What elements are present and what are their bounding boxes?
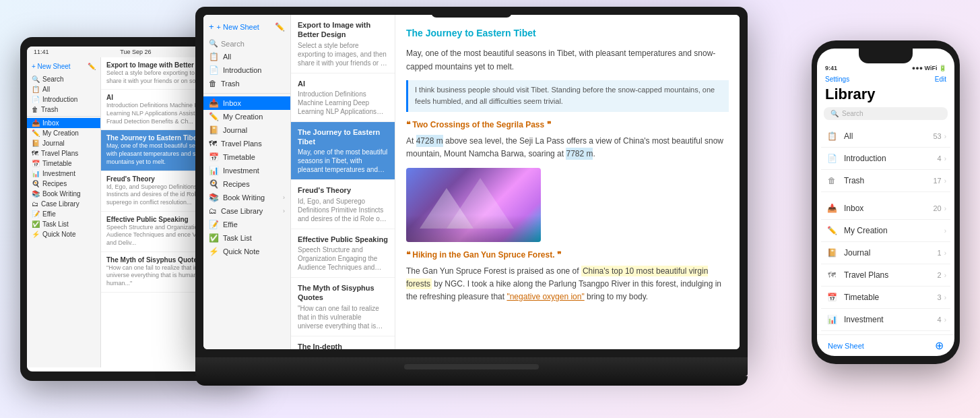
note-item-ai[interactable]: AI Introduction Definitions Machine Lear… bbox=[291, 73, 395, 122]
sidebar-item-book-writing[interactable]: 📚 Book Writing › bbox=[203, 191, 290, 204]
tablet-sidebar-all[interactable]: 📋 All bbox=[27, 84, 100, 94]
phone-list-item-inbox[interactable]: 📥 Inbox 20 › bbox=[821, 198, 950, 220]
phone-list-item-my-creation[interactable]: ✏️ My Creation › bbox=[821, 220, 950, 242]
my-creation-label: My Creation bbox=[42, 129, 79, 137]
note-item-tibet[interactable]: The Journey to Eastern Tibet May, one of… bbox=[291, 122, 395, 181]
laptop-hinge bbox=[404, 364, 539, 369]
all-label: All bbox=[844, 131, 853, 141]
tablet-sidebar-inbox[interactable]: 📥 Inbox bbox=[27, 118, 100, 128]
investment-label: Investment bbox=[42, 170, 75, 177]
chevron-icon: › bbox=[944, 177, 946, 185]
editor-section2-para: At 4728 m above sea level, the Seji La P… bbox=[406, 135, 729, 160]
phone-list-item-travel-plans[interactable]: 🗺 Travel Plans 2 › bbox=[821, 264, 950, 287]
trash-count: 17 bbox=[933, 177, 941, 185]
chevron-icon: › bbox=[944, 155, 946, 162]
phone-item-left: 📥 Inbox bbox=[825, 202, 863, 215]
laptop-search-item[interactable]: 🔍 Search bbox=[203, 37, 290, 50]
investment-icon: 📊 bbox=[209, 166, 219, 175]
travel-plans-icon: 🗺 bbox=[32, 150, 38, 157]
phone-item-left: 📋 All bbox=[825, 129, 853, 143]
note-preview: Select a style before exporting to image… bbox=[298, 41, 388, 67]
chevron-right-icon2: › bbox=[283, 208, 285, 214]
phone-edit-button[interactable]: Edit bbox=[935, 76, 946, 83]
editor-title: The Journey to Eastern Tibet bbox=[406, 26, 729, 40]
tablet-sidebar-divider bbox=[27, 116, 100, 117]
sidebar-item-task-list[interactable]: ✅ Task List bbox=[203, 231, 290, 245]
sidebar-item-travel-plans[interactable]: 🗺 Travel Plans bbox=[203, 137, 290, 150]
tablet-sidebar-timetable[interactable]: 📅 Timetable bbox=[27, 158, 100, 169]
task-list-label: Task List bbox=[223, 234, 252, 242]
sidebar-item-investment[interactable]: 📊 Investment bbox=[203, 164, 290, 177]
phone-new-sheet-icon[interactable]: ⊕ bbox=[935, 339, 944, 352]
note-item-sisyphus[interactable]: The Myth of Sisyphus Quotes "How can one… bbox=[291, 278, 395, 336]
tablet-sidebar: + New Sheet ✏️ 🔍 Search 📋 All 📄 Introduc… bbox=[27, 57, 101, 367]
note-item-speaking[interactable]: Effective Public Speaking Speech Structu… bbox=[291, 229, 395, 278]
phone-search-bar[interactable]: 🔍 Search bbox=[824, 107, 948, 120]
phone-list-item-trash[interactable]: 🗑 Trash 17 › bbox=[821, 170, 950, 192]
laptop-base bbox=[195, 357, 748, 376]
sidebar-item-timetable[interactable]: 📅 Timetable bbox=[203, 150, 290, 164]
tablet-sidebar-search[interactable]: 🔍 Search bbox=[27, 74, 100, 84]
tablet-sidebar-trash[interactable]: 🗑 Trash bbox=[27, 104, 100, 115]
my-creation-icon: ✏️ bbox=[32, 129, 40, 137]
tablet-sidebar-journal[interactable]: 📔 Journal bbox=[27, 138, 100, 148]
note-title: Freud's Theory bbox=[298, 185, 388, 195]
note-item-freud[interactable]: Freud's Theory Id, Ego, and Superego Def… bbox=[291, 180, 395, 229]
tablet-sidebar-task-list[interactable]: ✅ Task List bbox=[27, 219, 100, 229]
sidebar-item-quick-note[interactable]: ⚡ Quick Note bbox=[203, 245, 290, 258]
tablet-sidebar-introduction[interactable]: 📄 Introduction bbox=[27, 94, 100, 104]
phone-item-left: 📊 Investment bbox=[825, 313, 884, 326]
inbox-icon: 📥 bbox=[32, 119, 40, 127]
phone-list-item-journal[interactable]: 📔 Journal 1 › bbox=[821, 242, 950, 264]
note-item-emerging[interactable]: The In-depth Retrospective of Emerging C… bbox=[291, 336, 395, 349]
tablet-compose-icon[interactable]: ✏️ bbox=[88, 63, 96, 70]
tablet-sidebar-travel-plans[interactable]: 🗺 Travel Plans bbox=[27, 148, 100, 158]
tablet-sidebar-case-library[interactable]: 🗂 Case Library bbox=[27, 199, 100, 209]
phone-item-right: 4 › bbox=[938, 316, 946, 324]
note-preview: Id, Ego, and Superego Definitions Primit… bbox=[298, 197, 388, 223]
chevron-icon: › bbox=[944, 249, 946, 257]
tablet-new-sheet-button[interactable]: + New Sheet bbox=[32, 63, 71, 70]
tablet-sidebar-quick-note[interactable]: ⚡ Quick Note bbox=[27, 229, 100, 239]
note-preview: May, one of the most beautiful seasons i… bbox=[298, 148, 388, 174]
my-creation-label: My Creation bbox=[223, 113, 263, 121]
tablet-sidebar-investment[interactable]: 📊 Investment bbox=[27, 169, 100, 179]
phone-body: 9:41 ●●● WiFi 🔋 Settings Edit Library 🔍 … bbox=[812, 40, 960, 364]
tablet-sidebar-effie[interactable]: 📝 Effie bbox=[27, 209, 100, 219]
sidebar-item-introduction[interactable]: 📄 Introduction bbox=[203, 63, 290, 77]
sidebar-item-case-library[interactable]: 🗂 Case Library › bbox=[203, 204, 290, 218]
laptop-device: + + New Sheet ✏️ 🔍 Search 📋 All � bbox=[195, 7, 748, 398]
tablet-sidebar-recipes[interactable]: 🍳 Recipes bbox=[27, 179, 100, 189]
phone-list-item-all[interactable]: 📋 All 53 › bbox=[821, 125, 950, 148]
recipes-icon: 🍳 bbox=[32, 180, 40, 187]
phone-back-button[interactable]: Settings bbox=[825, 76, 849, 83]
phone-item-left: 📄 Introduction bbox=[825, 152, 886, 165]
introduction-icon: 📄 bbox=[32, 96, 40, 103]
phone-item-left: ✏️ My Creation bbox=[825, 224, 888, 237]
note-item-export[interactable]: Export to Image with Better Design Selec… bbox=[291, 15, 395, 73]
journal-icon: 📔 bbox=[209, 125, 219, 135]
note-title: The Myth of Sisyphus Quotes bbox=[298, 283, 388, 303]
tablet-sidebar-my-creation[interactable]: ✏️ My Creation bbox=[27, 128, 100, 138]
all-icon: 📋 bbox=[209, 52, 219, 61]
sidebar-item-effie[interactable]: 📝 Effie bbox=[203, 218, 290, 231]
sidebar-item-trash[interactable]: 🗑 Trash bbox=[203, 77, 290, 90]
book-writing-icon: 📚 bbox=[32, 190, 40, 198]
laptop-screen: + + New Sheet ✏️ 🔍 Search 📋 All � bbox=[203, 15, 740, 349]
tablet-sidebar-book-writing[interactable]: 📚 Book Writing bbox=[27, 189, 100, 199]
sidebar-item-inbox[interactable]: 📥 Inbox bbox=[203, 96, 290, 110]
compose-icon[interactable]: ✏️ bbox=[275, 22, 285, 32]
sidebar-item-recipes[interactable]: 🍳 Recipes bbox=[203, 177, 290, 191]
investment-label: Investment bbox=[844, 315, 884, 324]
phone-list-item-timetable[interactable]: 📅 Timetable 3 › bbox=[821, 287, 950, 309]
sidebar-item-my-creation[interactable]: ✏️ My Creation bbox=[203, 110, 290, 123]
phone-new-sheet-button[interactable]: New Sheet bbox=[828, 342, 864, 350]
laptop-new-sheet-button[interactable]: + + New Sheet bbox=[209, 22, 259, 32]
phone-list-item-investment[interactable]: 📊 Investment 4 › bbox=[821, 309, 950, 331]
laptop-body: + + New Sheet ✏️ 🔍 Search 📋 All � bbox=[195, 7, 748, 357]
sidebar-item-all[interactable]: 📋 All bbox=[203, 50, 290, 63]
laptop-editor[interactable]: The Journey to Eastern Tibet May, one of… bbox=[395, 15, 740, 349]
case-library-label: Case Library bbox=[41, 200, 79, 208]
phone-list-item-introduction[interactable]: 📄 Introduction 4 › bbox=[821, 148, 950, 170]
sidebar-item-journal[interactable]: 📔 Journal bbox=[203, 123, 290, 137]
